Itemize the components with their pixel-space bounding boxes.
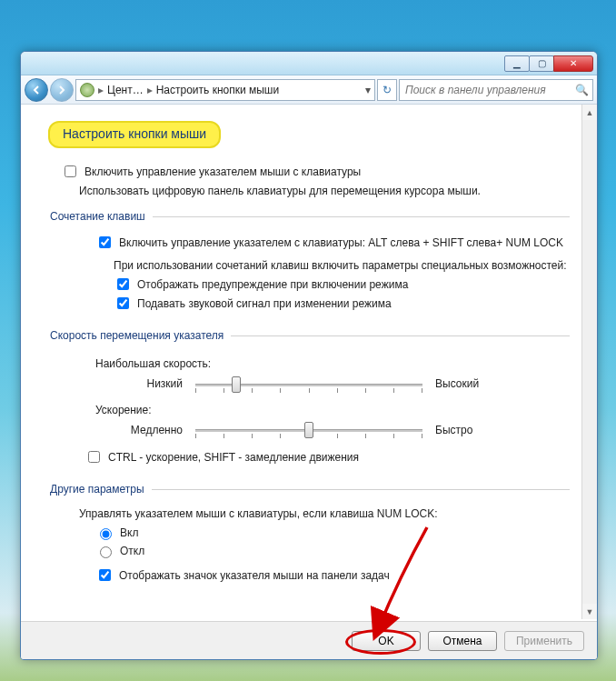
numlock-on-radio[interactable] — [100, 528, 112, 540]
warn-label: Отображать предупреждение при включении … — [137, 277, 408, 293]
chevron-right-icon: ▸ — [98, 84, 104, 96]
arrow-right-icon — [56, 85, 67, 95]
address-bar: ▸ Цент… ▸ Настроить кнопки мыши ▾ ↻ 🔍 — [21, 75, 597, 105]
search-box[interactable]: 🔍 — [399, 79, 593, 101]
other-group: Другие параметры Управлять указателем мы… — [48, 482, 570, 590]
control-panel-window: ▁ ▢ ✕ ▸ Цент… ▸ Настроить кнопки мыши ▾ … — [20, 51, 598, 660]
button-bar: OK Отмена Применить — [21, 621, 597, 659]
maximize-button[interactable]: ▢ — [529, 55, 554, 72]
slider-track — [195, 384, 422, 386]
search-icon[interactable]: 🔍 — [575, 84, 589, 96]
content-area: Настроить кнопки мыши Включить управлени… — [21, 105, 597, 621]
max-speed-label: Наибольшая скорость: — [95, 356, 570, 372]
speed-high-label: Высокий — [435, 376, 499, 392]
back-button[interactable] — [25, 78, 48, 102]
control-panel-icon — [80, 83, 94, 97]
refresh-button[interactable]: ↻ — [377, 79, 397, 101]
speed-group: Скорость перемещения указателя Наибольша… — [48, 328, 570, 473]
sound-checkbox[interactable] — [117, 297, 129, 309]
numlock-off-radio[interactable] — [100, 546, 112, 558]
chevron-right-icon: ▸ — [147, 84, 153, 96]
page-title: Настроить кнопки мыши — [48, 121, 221, 148]
window-buttons: ▁ ▢ ✕ — [505, 55, 593, 72]
breadcrumb-current[interactable]: Настроить кнопки мыши — [156, 84, 280, 96]
arrow-left-icon — [31, 85, 42, 95]
speed-thumb[interactable] — [232, 376, 241, 393]
shortcut-enable-label: Включить управление указателем с клавиат… — [119, 235, 563, 251]
dropdown-icon[interactable]: ▾ — [365, 84, 371, 96]
other-legend: Другие параметры — [48, 482, 152, 497]
ok-button[interactable]: OK — [352, 631, 421, 651]
scroll-down-icon[interactable]: ▼ — [582, 604, 597, 619]
apply-button[interactable]: Применить — [504, 631, 584, 651]
cancel-button[interactable]: Отмена — [428, 631, 497, 651]
forward-button[interactable] — [50, 78, 74, 102]
shortcut-enable-checkbox[interactable] — [99, 236, 111, 248]
accel-slider[interactable] — [195, 421, 422, 439]
slider-ticks — [195, 388, 422, 393]
shortcut-group: Сочетание клавиш Включить управление ука… — [48, 209, 570, 319]
shortcut-legend: Сочетание клавиш — [48, 209, 153, 225]
tray-checkbox[interactable] — [99, 569, 111, 581]
refresh-icon: ↻ — [383, 84, 392, 96]
enable-mouse-keys-label: Включить управление указателем мыши с кл… — [84, 165, 361, 180]
speed-legend: Скорость перемещения указателя — [48, 328, 231, 344]
numlock-label: Управлять указателем мыши с клавиатуры, … — [79, 506, 570, 522]
speed-low-label: Низкий — [117, 376, 183, 392]
numlock-off-label: Откл — [120, 544, 144, 559]
ctrl-shift-label: CTRL - ускорение, SHIFT - замедление дви… — [108, 450, 359, 466]
accel-thumb[interactable] — [304, 422, 313, 438]
tray-label: Отображать значок указателя мыши на пане… — [119, 568, 390, 584]
enable-mouse-keys-checkbox[interactable] — [65, 165, 76, 177]
scroll-up-icon[interactable]: ▲ — [582, 105, 597, 120]
warn-checkbox[interactable] — [117, 278, 129, 290]
numlock-on-label: Вкл — [120, 526, 138, 541]
breadcrumb[interactable]: ▸ Цент… ▸ Настроить кнопки мыши ▾ — [75, 79, 375, 101]
vertical-scrollbar[interactable]: ▲ ▼ — [581, 105, 597, 619]
accel-fast-label: Быстро — [435, 423, 499, 438]
search-input[interactable] — [403, 83, 575, 97]
titlebar: ▁ ▢ ✕ — [21, 52, 597, 75]
speed-slider[interactable] — [195, 376, 422, 394]
breadcrumb-root[interactable]: Цент… — [107, 84, 144, 96]
sound-label: Подавать звуковой сигнал при изменении р… — [137, 296, 392, 312]
minimize-button[interactable]: ▁ — [504, 55, 530, 72]
accel-label: Ускорение: — [95, 403, 570, 418]
close-button[interactable]: ✕ — [553, 55, 593, 72]
shortcut-on-use-label: При использовании сочетаний клавиш включ… — [114, 258, 570, 274]
enable-mouse-keys-desc: Использовать цифровую панель клавиатуры … — [79, 184, 570, 199]
ctrl-shift-checkbox[interactable] — [88, 451, 100, 463]
accel-slow-label: Медленно — [117, 423, 183, 438]
